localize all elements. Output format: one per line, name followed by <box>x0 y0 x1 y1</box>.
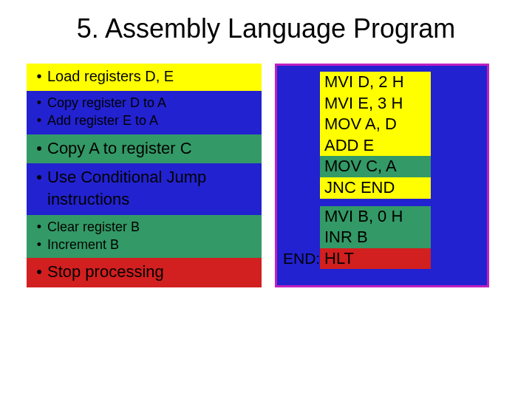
step-text: Copy A to register C <box>47 137 257 160</box>
bullet-icon: • <box>31 137 47 160</box>
code-group-2: MVI B, 0 H INR B END: HLT <box>283 206 480 270</box>
step-text: Stop processing <box>47 261 257 283</box>
step-text: Load registers D, E <box>47 66 257 86</box>
step-text: Add register E to A <box>47 112 257 129</box>
step-copy-add: • Copy register D to A • Add register E … <box>27 91 262 134</box>
step-text: Use Conditional Jump <box>47 166 257 188</box>
code-line: HLT <box>320 248 431 270</box>
left-column: • Load registers D, E • Copy register D … <box>27 64 262 287</box>
bullet-icon: • <box>31 236 47 253</box>
step-clear-inc: • Clear register B • Increment B <box>27 215 262 259</box>
step-text: Clear register B <box>47 218 257 236</box>
code-line: MVI B, 0 H <box>320 206 431 228</box>
step-text: instructions <box>47 188 257 211</box>
step-load: • Load registers D, E <box>27 64 262 91</box>
bullet-icon: • <box>31 94 47 112</box>
step-text: Increment B <box>47 236 257 253</box>
code-group-1: MVI D, 2 H MVI E, 3 H MOV A, D ADD E MOV… <box>283 72 480 199</box>
step-stop: • Stop processing <box>27 258 262 287</box>
bullet-icon: • <box>31 261 47 283</box>
slide-title: 5. Assembly Language Program <box>27 13 505 44</box>
code-panel: MVI D, 2 H MVI E, 3 H MOV A, D ADD E MOV… <box>275 64 489 287</box>
columns: • Load registers D, E • Copy register D … <box>27 64 505 287</box>
code-line: INR B <box>320 227 431 248</box>
code-line: MVI D, 2 H <box>320 72 431 93</box>
bullet-spacer <box>31 188 47 211</box>
code-line: MOV A, D <box>320 114 431 135</box>
code-line: MOV C, A <box>320 156 431 177</box>
code-line: MVI E, 3 H <box>320 93 431 115</box>
step-copy-c: • Copy A to register C <box>27 134 262 164</box>
code-label-end: END: <box>283 248 320 268</box>
step-jump: • Use Conditional Jump instructions <box>27 163 262 214</box>
bullet-icon: • <box>31 66 47 86</box>
bullet-icon: • <box>31 218 47 236</box>
bullet-icon: • <box>31 112 47 129</box>
step-text: Copy register D to A <box>47 94 257 112</box>
code-line: JNC END <box>320 177 431 199</box>
code-line: ADD E <box>320 135 431 157</box>
slide: 5. Assembly Language Program • Load regi… <box>0 0 532 399</box>
bullet-icon: • <box>31 166 47 188</box>
